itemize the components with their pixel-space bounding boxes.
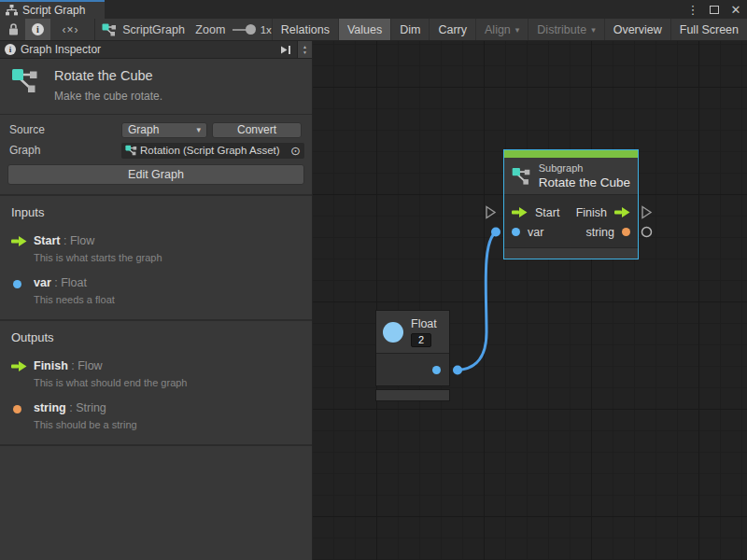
string-external-port-circle[interactable]	[642, 228, 652, 237]
inspector-scrubber[interactable]: ▲ ▼	[297, 41, 312, 58]
script-graph-icon	[11, 68, 39, 94]
node-footer	[375, 389, 450, 401]
float-to-var-wire[interactable]	[458, 232, 496, 371]
finish-external-port-triangle[interactable]	[642, 207, 651, 218]
dim-button[interactable]: Dim	[390, 19, 429, 40]
convert-button[interactable]: Convert	[212, 122, 302, 138]
flow-port-icon	[512, 207, 528, 217]
lock-button[interactable]	[2, 19, 25, 40]
subgraph-node[interactable]: Subgraph Rotate the Cube Start Finish	[503, 149, 639, 259]
toolbar-button-group: Relations Values Dim Carry Align ▾ Distr…	[272, 19, 747, 40]
relations-button[interactable]: Relations	[272, 19, 338, 40]
carry-button[interactable]: Carry	[429, 19, 475, 40]
subgraph-icon	[512, 167, 531, 186]
string-output-port[interactable]: string	[585, 226, 630, 239]
zoom-label: Zoom	[195, 19, 225, 40]
wire-layer	[313, 41, 747, 560]
node-title: Float	[411, 317, 437, 330]
float-port-icon	[512, 228, 520, 236]
finish-output-port[interactable]: Finish	[576, 206, 630, 219]
kebab-menu-icon[interactable]: ⋮	[685, 2, 700, 17]
list-item-output-string: string : String This should be a string	[11, 399, 301, 430]
inputs-section: Inputs Start : Flow This is what starts …	[0, 196, 312, 319]
source-label: Source	[7, 123, 121, 136]
script-graph-icon	[125, 145, 137, 156]
chevron-down-icon: ▾	[196, 125, 201, 134]
flow-port-icon	[11, 236, 27, 246]
code-icon: ‹×›	[62, 23, 78, 36]
wire-endpoint-var-input[interactable]	[491, 228, 500, 237]
graph-toolbar: i ‹×› ScriptGraph Zoom 1x Relations Valu…	[0, 19, 747, 41]
close-icon[interactable]: ✕	[728, 2, 743, 17]
info-icon: i	[5, 44, 16, 55]
graph-title: Rotate the Cube	[54, 68, 162, 83]
graph-subtitle: Make the cube rotate.	[54, 90, 162, 103]
maximize-icon[interactable]	[707, 2, 722, 17]
string-port-icon	[622, 228, 630, 236]
inspector-toggle-button[interactable]: i	[25, 19, 50, 40]
tab-script-graph[interactable]: Script Graph	[0, 0, 105, 19]
outputs-heading: Outputs	[11, 330, 301, 344]
info-icon: i	[32, 23, 44, 35]
float-value-input[interactable]: 2	[411, 333, 431, 347]
graph-object-field[interactable]: Rotation (Script Graph Asset) ⊙	[121, 143, 304, 159]
graph-inspector-panel: i Graph Inspector ▲ ▼ Rotate the Cube Ma	[0, 41, 313, 560]
node-footer	[504, 247, 638, 259]
start-input-port[interactable]: Start	[512, 206, 559, 219]
wire-endpoint-float-output[interactable]	[453, 366, 462, 375]
align-button[interactable]: Align ▾	[475, 19, 528, 40]
inspector-title: Graph Inspector	[21, 43, 101, 56]
dock-icon	[279, 45, 291, 55]
node-title: Rotate the Cube	[539, 175, 630, 189]
list-item-output-finish: Finish : Flow This is what should end th…	[11, 357, 301, 388]
inputs-heading: Inputs	[11, 205, 301, 219]
graph-canvas[interactable]: Subgraph Rotate the Cube Start Finish	[313, 41, 747, 560]
start-external-port-triangle[interactable]	[486, 207, 495, 218]
fullscreen-button[interactable]: Full Screen	[670, 19, 747, 40]
tab-label: Script Graph	[22, 4, 85, 17]
scrub-down-icon: ▼	[303, 50, 307, 55]
edit-graph-button[interactable]: Edit Graph	[7, 164, 304, 185]
window-controls: ⋮ ✕	[685, 0, 743, 19]
flow-port-icon	[614, 207, 630, 217]
zoom-value: 1x	[261, 19, 272, 40]
graph-breadcrumb[interactable]: ScriptGraph	[96, 19, 190, 40]
hierarchy-icon	[6, 5, 18, 16]
graph-title-block: Rotate the Cube Make the cube rotate.	[0, 59, 312, 115]
window-tab-bar: Script Graph ⋮ ✕	[0, 0, 747, 19]
flow-port-icon	[11, 361, 27, 371]
float-type-icon	[383, 322, 403, 343]
string-port-icon	[13, 405, 21, 413]
node-header-bar	[504, 150, 638, 158]
zoom-slider[interactable]	[233, 29, 252, 31]
dock-inspector-button[interactable]	[274, 45, 297, 55]
graph-properties: Source Graph ▾ Convert Graph Rotation (S…	[0, 115, 312, 196]
chevron-down-icon: ▾	[515, 25, 520, 35]
inspector-header: i Graph Inspector ▲ ▼	[0, 41, 312, 59]
graph-field-label: Graph	[7, 144, 121, 157]
list-item-input-var: var : Float This needs a float	[11, 273, 301, 305]
node-kind-label: Subgraph	[539, 162, 630, 174]
list-item-input-start: Start : Flow This is what starts the gra…	[11, 231, 301, 263]
script-graph-icon	[102, 23, 117, 36]
float-output-port[interactable]	[432, 366, 441, 374]
overview-button[interactable]: Overview	[604, 19, 670, 40]
var-input-port[interactable]: var	[512, 226, 543, 239]
object-picker-icon[interactable]: ⊙	[290, 145, 301, 157]
float-node[interactable]: Float 2	[375, 310, 450, 401]
source-dropdown[interactable]: Graph ▾	[121, 122, 207, 138]
float-port-icon	[13, 280, 21, 288]
values-button[interactable]: Values	[338, 19, 390, 40]
zoom-slider-handle[interactable]	[246, 24, 256, 35]
graph-name-label: ScriptGraph	[122, 23, 185, 36]
variables-toggle-button[interactable]: ‹×›	[55, 19, 85, 40]
lock-icon	[8, 23, 19, 35]
outputs-section: Outputs Finish : Flow This is what shoul…	[0, 319, 312, 446]
scrub-up-icon: ▲	[303, 45, 307, 49]
chevron-down-icon: ▾	[591, 25, 596, 35]
distribute-button[interactable]: Distribute ▾	[528, 19, 603, 40]
graph-field-value: Rotation (Script Graph Asset)	[140, 145, 280, 156]
